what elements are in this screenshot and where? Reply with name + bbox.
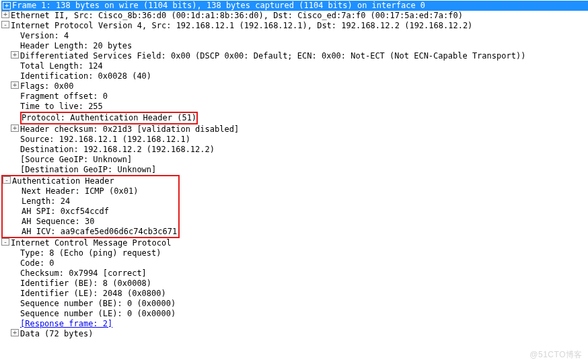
ip-row[interactable]: - Internet Protocol Version 4, Src: 192.… (1, 21, 588, 31)
ip-version-row[interactable]: Version: 4 (1, 31, 588, 41)
packet-details-tree: + Frame 1: 138 bytes on wire (1104 bits)… (0, 0, 588, 339)
ip-dst-geoip: [Destination GeoIP: Unknown] (20, 165, 156, 175)
expand-icon[interactable]: + (1, 11, 9, 18)
ah-sequence: AH Sequence: 30 (22, 217, 94, 227)
icmp-seq-be-row[interactable]: Sequence number (BE): 0 (0x0000) (1, 299, 588, 309)
auth-header-highlight-block: - Authentication Header Next Header: ICM… (1, 175, 180, 238)
ah-row[interactable]: - Authentication Header (3, 176, 177, 186)
ah-seq-row[interactable]: AH Sequence: 30 (3, 217, 177, 227)
expand-icon[interactable]: + (11, 329, 19, 336)
ip-id-row[interactable]: Identification: 0x0028 (40) (1, 71, 588, 81)
frame-summary: Frame 1: 138 bytes on wire (1104 bits), … (12, 1, 425, 11)
collapse-icon[interactable]: - (3, 176, 11, 184)
ip-source: Source: 192.168.12.1 (192.168.12.1) (20, 135, 190, 145)
icmp-summary: Internet Control Message Protocol (11, 238, 171, 248)
ethernet-summary: Ethernet II, Src: Cisco_8b:36:d0 (00:1d:… (11, 11, 463, 21)
icmp-seq-be: Sequence number (BE): 0 (0x0000) (20, 299, 176, 309)
ip-ttl: Time to live: 255 (20, 102, 103, 112)
icmp-id-le-row[interactable]: Identifier (LE): 2048 (0x0800) (1, 289, 588, 299)
ah-summary: Authentication Header (12, 176, 114, 186)
frame-row[interactable]: + Frame 1: 138 bytes on wire (1104 bits)… (1, 1, 588, 11)
ah-spi-row[interactable]: AH SPI: 0xcf54ccdf (3, 207, 177, 217)
ah-icv: AH ICV: aa9cafe5ed06d6c74cb3c671 (22, 227, 177, 237)
ip-checksum: Header checksum: 0x21d3 [validation disa… (20, 124, 239, 135)
ip-destination-row[interactable]: Destination: 192.168.12.2 (192.168.12.2) (1, 145, 588, 155)
ah-spi: AH SPI: 0xcf54ccdf (22, 207, 109, 217)
ip-destination: Destination: 192.168.12.2 (192.168.12.2) (20, 145, 215, 155)
icmp-code: Code: 0 (20, 258, 54, 268)
ip-source-row[interactable]: Source: 192.168.12.1 (192.168.12.1) (1, 135, 588, 145)
ip-checksum-row[interactable]: + Header checksum: 0x21d3 [validation di… (1, 124, 588, 135)
ip-protocol-row[interactable]: Protocol: Authentication Header (51) (1, 112, 588, 124)
data-summary: Data (72 bytes) (20, 329, 93, 339)
ip-flags-row[interactable]: + Flags: 0x00 (1, 81, 588, 92)
ip-flags: Flags: 0x00 (20, 81, 73, 92)
ah-icv-row[interactable]: AH ICV: aa9cafe5ed06d6c74cb3c671 (3, 227, 177, 237)
collapse-icon[interactable]: - (1, 238, 9, 246)
data-row[interactable]: + Data (72 bytes) (1, 329, 588, 339)
ip-total-length: Total Length: 124 (20, 61, 103, 71)
ip-protocol-highlight: Protocol: Authentication Header (51) (20, 112, 198, 124)
ip-ttl-row[interactable]: Time to live: 255 (1, 102, 588, 112)
ip-frag-offset: Fragment offset: 0 (20, 92, 108, 102)
icmp-id-be-row[interactable]: Identifier (BE): 8 (0x0008) (1, 279, 588, 289)
expand-icon[interactable]: + (3, 2, 11, 9)
ip-summary: Internet Protocol Version 4, Src: 192.16… (11, 21, 472, 31)
ip-identification: Identification: 0x0028 (40) (20, 71, 151, 81)
ah-length: Length: 24 (22, 196, 70, 207)
ip-src-geoip-row[interactable]: [Source GeoIP: Unknown] (1, 155, 588, 165)
expand-icon[interactable]: + (11, 51, 19, 59)
ah-next-header-row[interactable]: Next Header: ICMP (0x01) (3, 186, 177, 196)
icmp-seq-le-row[interactable]: Sequence number (LE): 0 (0x0000) (1, 309, 588, 319)
ip-src-geoip: [Source GeoIP: Unknown] (20, 155, 132, 165)
icmp-type: Type: 8 (Echo (ping) request) (20, 248, 161, 258)
icmp-row[interactable]: - Internet Control Message Protocol (1, 238, 588, 248)
ip-header-length: Header Length: 20 bytes (20, 41, 132, 51)
ip-totallen-row[interactable]: Total Length: 124 (1, 61, 588, 71)
icmp-type-row[interactable]: Type: 8 (Echo (ping) request) (1, 248, 588, 258)
ip-version: Version: 4 (20, 31, 69, 41)
ah-length-row[interactable]: Length: 24 (3, 196, 177, 207)
ethernet-row[interactable]: + Ethernet II, Src: Cisco_8b:36:d0 (00:1… (1, 11, 588, 21)
ip-fragoff-row[interactable]: Fragment offset: 0 (1, 92, 588, 102)
icmp-id-le: Identifier (LE): 2048 (0x0800) (20, 289, 166, 299)
icmp-seq-le: Sequence number (LE): 0 (0x0000) (20, 309, 176, 319)
icmp-checksum: Checksum: 0x7994 [correct] (20, 268, 147, 279)
collapse-icon[interactable]: - (1, 21, 9, 28)
ip-hlen-row[interactable]: Header Length: 20 bytes (1, 41, 588, 51)
expand-icon[interactable]: + (11, 81, 19, 89)
ah-next-header: Next Header: ICMP (0x01) (22, 186, 138, 196)
icmp-code-row[interactable]: Code: 0 (1, 258, 588, 268)
expand-icon[interactable]: + (11, 124, 19, 132)
ip-dsfield-row[interactable]: + Differentiated Services Field: 0x00 (D… (1, 51, 588, 61)
ip-dst-geoip-row[interactable]: [Destination GeoIP: Unknown] (1, 165, 588, 175)
watermark-text: @51CTO博客 (529, 350, 583, 360)
icmp-response-link-row[interactable]: [Response frame: 2] (1, 319, 588, 329)
ip-dsfield: Differentiated Services Field: 0x00 (DSC… (20, 51, 525, 61)
icmp-id-be: Identifier (BE): 8 (0x0008) (20, 279, 151, 289)
response-frame-link[interactable]: [Response frame: 2] (20, 319, 112, 329)
icmp-checksum-row[interactable]: Checksum: 0x7994 [correct] (1, 268, 588, 279)
